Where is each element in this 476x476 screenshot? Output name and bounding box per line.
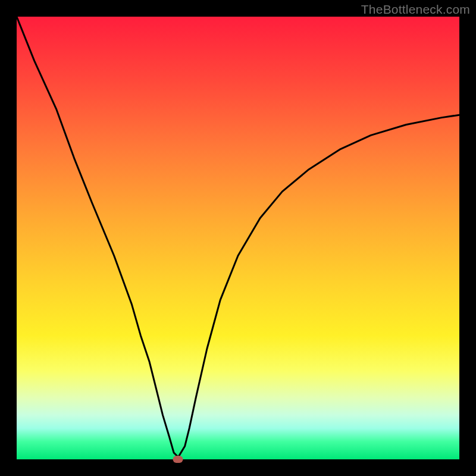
curve-layer — [17, 17, 459, 459]
optimum-marker — [173, 456, 183, 463]
bottleneck-curve — [17, 17, 459, 457]
plot-area — [17, 17, 459, 459]
watermark-text: TheBottleneck.com — [361, 2, 470, 17]
chart-frame: TheBottleneck.com — [0, 0, 476, 476]
